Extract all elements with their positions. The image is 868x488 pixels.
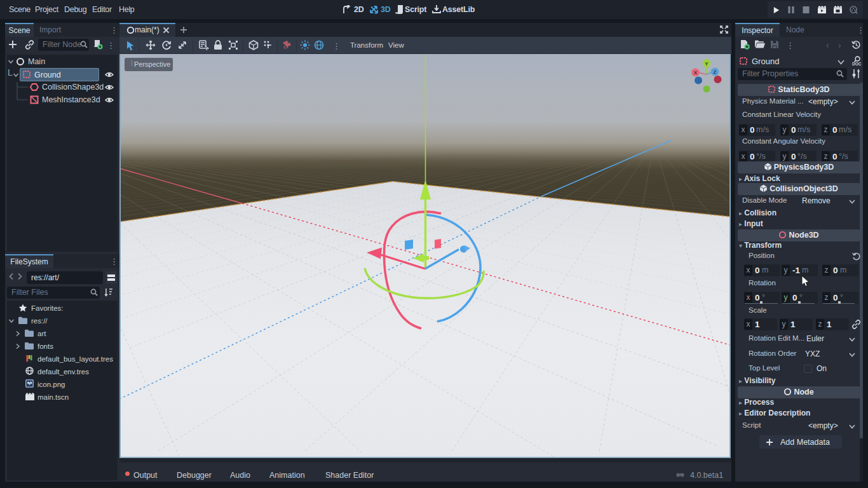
svg-text:DOC: DOC [852,62,862,66]
svg-text:Z: Z [714,69,717,75]
svg-text:Y: Y [705,61,709,67]
svg-text:X: X [694,70,698,76]
